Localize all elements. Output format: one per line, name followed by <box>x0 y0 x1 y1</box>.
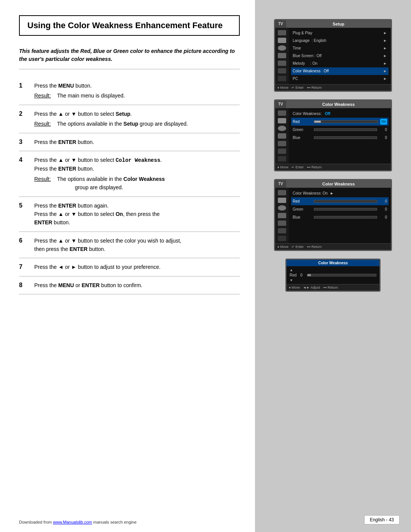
icon-screen <box>277 52 287 59</box>
icon-melody <box>277 60 287 67</box>
icon-time <box>277 45 287 51</box>
tv-screen-1: TV Setup Plug & Play► Language : English… <box>274 19 392 92</box>
icon-pc <box>277 75 287 82</box>
cw3-blue-row: Blue 0 <box>291 213 389 221</box>
cw3-blue-bar <box>314 216 377 219</box>
tv-screen2-menu: Color Weakness: Off Red On Green 0 <box>289 108 391 164</box>
tv-screen2-header-left: TV <box>275 101 286 108</box>
step-number-6: 6 <box>19 237 27 244</box>
footer-move-4: ♦ Move <box>289 286 300 289</box>
result-text-4: The options available in the Color Weakn… <box>57 175 165 192</box>
cw3-green-bar <box>314 208 377 211</box>
footer-return-4: ▪▪▪ Return <box>323 286 338 289</box>
icon-lang <box>277 37 287 44</box>
page-footer: Downloaded from www.Manualslib.com manua… <box>0 520 411 524</box>
footer-return-2: ▪▪▪ Return <box>307 165 322 169</box>
page-number-box: English - 43 <box>364 515 400 524</box>
step-3-text: Press the ENTER button. <box>34 138 240 146</box>
tv-screen-3: TV Color Weakness Color Weakness: On ► R… <box>274 179 392 251</box>
step-content-1: Press the MENU button. Result: The main … <box>34 81 240 100</box>
step-number-2: 2 <box>19 110 27 117</box>
result-label-2: Result: <box>34 120 53 128</box>
tv-screen4-up: ▲ <box>290 268 376 272</box>
step-6-text: Press the ▲ or ▼ button to select the co… <box>34 236 240 254</box>
footer-enter-3: ↵ Enter <box>292 245 304 249</box>
tv-screen1-body: Plug & Play► Language : English► Time► B… <box>275 28 391 84</box>
tv-screen2-icons <box>275 108 289 164</box>
tv-screen2-header-right: Color Weakness <box>286 101 391 108</box>
menu-row-melody: Melody : On► <box>291 60 389 67</box>
step-8-text: Press the MENU or ENTER button to confir… <box>34 281 240 289</box>
cw2-blue-row: Blue 0 <box>291 134 389 142</box>
tv-screen1-header-right: Setup <box>286 20 391 28</box>
cw3-red-row: Red 0 <box>291 197 389 205</box>
tv-screen-2: TV Color Weakness Color Weakness: Off Re… <box>274 99 392 171</box>
cw3-green-row: Green 0 <box>291 205 389 213</box>
step-number-1: 1 <box>19 82 27 89</box>
tv-screen3-body: Color Weakness: On ► Red 0 Green 0 <box>275 188 391 243</box>
tv-screen-4: Color Weakness ▲ Red 0 ▼ ♦ Move ◄► Adjus… <box>285 259 381 292</box>
cw3-red-bar <box>314 200 377 203</box>
result-text-1: The main menu is displayed. <box>57 91 125 100</box>
step-2-result: Result: The options available in the Set… <box>34 120 240 128</box>
menu-row-plug: Plug & Play► <box>291 29 389 37</box>
page-title-box: Using the Color Weakness Enhancement Fea… <box>19 15 240 36</box>
step-content-3: Press the ENTER button. <box>34 138 240 146</box>
cw2-header-row: Color Weakness: Off <box>291 110 389 118</box>
result-text-2: The options available in the Setup group… <box>57 120 188 128</box>
tv-screen4-header: Color Weakness <box>287 260 379 266</box>
tv-screen3-menu: Color Weakness: On ► Red 0 Green 0 <box>289 188 391 243</box>
footer-return-3: ▪▪▪ Return <box>307 245 322 249</box>
tv-screen2-header: TV Color Weakness <box>275 101 391 108</box>
tv-screen4-red-row: Red 0 <box>290 272 376 278</box>
icon2-melody <box>277 140 287 147</box>
icon2-lang <box>277 117 287 124</box>
footer-download: Downloaded from www.Manualslib.com manua… <box>19 520 137 524</box>
tv-screen1-header-left: TV <box>275 20 286 28</box>
step-4: 4 Press the ▲ or ▼ button to select Colo… <box>19 151 240 197</box>
tv-screen3-header-right: Color Weakness <box>286 180 391 188</box>
icon2-time <box>277 125 287 132</box>
step-number-4: 4 <box>19 157 27 163</box>
right-sidebar: TV Setup Plug & Play► Language : English… <box>255 0 411 532</box>
step-number-5: 5 <box>19 202 27 209</box>
step-number-8: 8 <box>19 282 27 289</box>
step-7-text: Press the ◄ or ► button to adjust to you… <box>34 263 240 271</box>
icon2-screen <box>277 133 287 139</box>
tv-screen1-footer: ♦ Move ↵ Enter ▪▪▪ Return <box>275 84 391 91</box>
step-number-3: 3 <box>19 139 27 145</box>
step-6: 6 Press the ▲ or ▼ button to select the … <box>19 232 240 259</box>
tv-screen1-menu: Plug & Play► Language : English► Time► B… <box>289 28 391 84</box>
step-5-text: Press the ENTER button again. Press the … <box>34 201 240 227</box>
menu-row-blue: Blue Screen : Off► <box>291 52 389 60</box>
footer-enter-1: ↵ Enter <box>292 86 304 89</box>
footer-link[interactable]: www.Manualslib.com <box>53 520 92 524</box>
footer-adjust-4: ◄► Adjust <box>303 286 320 289</box>
icon2-pc <box>277 155 287 162</box>
icon-plug <box>277 29 287 36</box>
footer-move-3: ♦ Move <box>277 245 288 249</box>
tv-screen2-footer: ♦ Move ↵ Enter ▪▪▪ Return <box>275 164 391 170</box>
step-1: 1 Press the MENU button. Result: The mai… <box>19 77 240 105</box>
tv-screen2-body: Color Weakness: Off Red On Green 0 <box>275 108 391 164</box>
footer-move-2: ♦ Move <box>277 165 288 169</box>
page-title: Using the Color Weakness Enhancement Fea… <box>27 21 231 30</box>
step-2: 2 Press the ▲ or ▼ button to select Setu… <box>19 105 240 133</box>
cw3-header-row: Color Weakness: On ► <box>291 189 389 197</box>
tv-screen4-bar <box>307 274 376 276</box>
icon3-pc <box>277 235 287 242</box>
step-content-4: Press the ▲ or ▼ button to select Color … <box>34 156 240 192</box>
tv-screen4-body: ▲ Red 0 ▼ <box>287 266 379 284</box>
step-number-7: 7 <box>19 264 27 270</box>
icon2-plug <box>277 110 287 117</box>
icon3-plug <box>277 189 287 196</box>
step-content-6: Press the ▲ or ▼ button to select the co… <box>34 236 240 254</box>
footer-move-1: ♦ Move <box>277 86 288 89</box>
icon3-screen <box>277 212 287 219</box>
main-content: Using the Color Weakness Enhancement Fea… <box>0 0 255 532</box>
step-4-result: Result: The options available in the Col… <box>34 175 240 192</box>
tv-screen1-icons <box>275 28 289 84</box>
tv-screen3-icons <box>275 188 289 243</box>
step-4-text: Press the ▲ or ▼ button to select Color … <box>34 156 240 173</box>
icon3-cw <box>277 227 287 234</box>
